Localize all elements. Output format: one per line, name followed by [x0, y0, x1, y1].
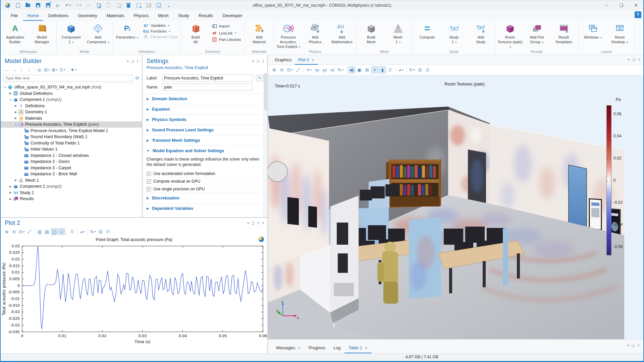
parameters-button[interactable]: PᵢParameters ▾: [114, 21, 140, 49]
tree-node[interactable]: ▶Global Definitions: [1, 90, 142, 97]
paste-icon[interactable]: [104, 1, 113, 9]
livelink-button[interactable]: ⇄LiveLink▾: [210, 30, 242, 36]
tab-messages[interactable]: Messages✕: [272, 343, 305, 353]
view-xz-icon[interactable]: xz: [329, 66, 336, 73]
undo-icon[interactable]: ↶▾: [64, 1, 72, 9]
menu-mesh[interactable]: Mesh: [154, 11, 173, 21]
tree-expander-icon[interactable]: ▶: [13, 117, 18, 120]
tree-node[interactable]: Impedance 1 - Closed windows: [1, 153, 142, 159]
name-field[interactable]: [162, 83, 253, 90]
pin-panel-icon[interactable]: ↧: [638, 58, 641, 61]
float-panel-icon[interactable]: ❑: [251, 221, 254, 225]
panel-menu-icon[interactable]: ▾: [253, 59, 254, 63]
move-down-icon[interactable]: ↓: [25, 66, 32, 73]
pin-panel-icon[interactable]: ↧: [262, 59, 265, 63]
checkbox[interactable]: ✓: [147, 172, 151, 176]
scene-light-icon[interactable]: ▣: [356, 66, 363, 73]
checkbox[interactable]: ✓: [147, 187, 151, 191]
annotation-icon[interactable]: 🗩: [58, 228, 65, 235]
zoom-out-icon[interactable]: ⊖: [11, 228, 17, 235]
tree-node[interactable]: ▶Materials: [1, 115, 142, 122]
zoom-in-icon[interactable]: ⊕: [3, 228, 10, 235]
settings-scrollbar[interactable]: [263, 73, 267, 217]
sound-icon[interactable]: ◀): [348, 66, 355, 73]
float-panel-icon[interactable]: ❑: [131, 59, 134, 63]
close-panel-icon[interactable]: ✕: [262, 221, 265, 225]
grid-icon[interactable]: ⊞: [364, 66, 371, 73]
menu-home[interactable]: Home: [23, 11, 43, 21]
back-icon[interactable]: ←: [3, 66, 10, 73]
build-all-button[interactable]: BuildAll: [182, 21, 209, 49]
float-panel-icon[interactable]: ❑: [632, 344, 635, 347]
find-icon[interactable]: [154, 1, 163, 9]
rename-icon[interactable]: ✎: [256, 75, 263, 81]
zoom-extents-icon[interactable]: ⤢: [26, 228, 33, 235]
tree-filter-input[interactable]: [3, 75, 133, 81]
update-plot-icon[interactable]: ↻▾: [408, 66, 416, 73]
tree-node[interactable]: ▶Component 2(comp2): [1, 183, 142, 190]
tree-node[interactable]: DContinuity of Total Fields 1: [1, 140, 142, 146]
tree-node[interactable]: Impedance 2 - Doors: [1, 159, 142, 165]
settings-section-physics-symbols[interactable]: ▶Physics Symbols: [143, 114, 267, 125]
acoustics-button[interactable]: Pressure Acoustics,Time Explicit ▾: [275, 21, 302, 49]
forward-icon[interactable]: →: [11, 66, 17, 73]
settings-section-model-equation-and-solver-settings[interactable]: ▼Model Equation and Solver Settings: [143, 145, 267, 156]
tree-expander-icon[interactable]: ▼: [13, 123, 18, 126]
comsol-logo[interactable]: [3, 1, 12, 9]
menu-physics[interactable]: Physics: [129, 11, 153, 21]
compute-button[interactable]: =Compute: [414, 21, 440, 49]
tree-expander-icon[interactable]: ▶: [13, 104, 18, 107]
open-file-icon[interactable]: [23, 1, 32, 9]
redo-icon[interactable]: ↷▾: [74, 1, 83, 9]
tree-expander-icon[interactable]: ▶: [8, 191, 13, 194]
add-component-button[interactable]: AddComponent ▾: [85, 21, 111, 49]
part-libraries-button[interactable]: Part Libraries: [210, 37, 242, 43]
pin-panel-icon[interactable]: ↧: [257, 221, 259, 225]
lock-axes-icon[interactable]: ⚿: [69, 228, 75, 235]
clear-selection-icon[interactable]: [144, 1, 153, 9]
zoom-extents-icon[interactable]: ⤢: [294, 66, 302, 73]
tree-node[interactable]: ▶Results: [1, 196, 142, 202]
move-up-icon[interactable]: ↑: [18, 66, 25, 73]
room-textures-button[interactable]: RoomTextures (pate) ▾: [497, 21, 523, 49]
import-button[interactable]: Import: [210, 23, 242, 29]
tree-node[interactable]: DSound Hard Boundary (Wall) 1: [1, 134, 142, 140]
tab-plot-3[interactable]: Plot 3✕: [295, 56, 318, 65]
color-theme-icon[interactable]: ◕▾: [397, 66, 405, 73]
settings-section-transient-mesh-settings[interactable]: ▶Transient Mesh Settings: [143, 135, 267, 145]
menu-developer[interactable]: Developer: [218, 11, 246, 21]
panel-menu-icon[interactable]: ▾: [127, 59, 129, 63]
result-templates-button[interactable]: ResultTemplates: [551, 21, 577, 49]
menu-materials[interactable]: Materials: [102, 11, 128, 21]
rotate-icon[interactable]: ↻▾: [337, 66, 344, 73]
pin-panel-icon[interactable]: ↧: [137, 59, 139, 63]
tree-node[interactable]: DPressure Acoustics, Time Explicit Model…: [1, 128, 142, 134]
mesh-button[interactable]: Mesh1 ▾: [385, 21, 411, 49]
zoom-out-icon[interactable]: ⊖: [278, 66, 285, 73]
duplicate-icon[interactable]: [114, 1, 123, 9]
comsol-logo-icon[interactable]: [259, 237, 264, 242]
windows-button[interactable]: Windows ▾: [580, 21, 606, 49]
new-file-icon[interactable]: [13, 1, 22, 9]
tree-node[interactable]: ▼office_space_63_30T0_N4_ma_out.mph(root…: [1, 84, 142, 90]
show-axes-icon[interactable]: ✛: [371, 66, 378, 73]
save-as-icon[interactable]: [44, 1, 52, 9]
tree-node[interactable]: ▼Component 1(comp1): [1, 97, 142, 103]
menu-definitions[interactable]: Definitions: [44, 11, 73, 21]
tree-expander-icon[interactable]: ▶: [8, 185, 13, 188]
menu-study[interactable]: Study: [174, 11, 193, 21]
tree-node[interactable]: ▶Mesh 1: [1, 177, 142, 184]
variables-button[interactable]: a=Variables▾: [142, 23, 179, 28]
float-panel-icon[interactable]: ❑: [257, 59, 260, 63]
panel-menu-icon[interactable]: ▾: [628, 58, 630, 61]
show-icon[interactable]: ◎: [36, 66, 43, 73]
zoom-box-icon[interactable]: ⊡▾: [286, 66, 294, 73]
toolbar-overflow-icon[interactable]: ⌄: [164, 1, 173, 9]
tree-node[interactable]: ▶≡Definitions: [1, 103, 142, 109]
tree-expander-icon[interactable]: ▶: [8, 197, 13, 200]
model-manager-button[interactable]: ModelManager: [29, 21, 55, 49]
x-grid-icon[interactable]: ▥: [36, 228, 43, 235]
tree-expander-icon[interactable]: ▶: [8, 92, 13, 95]
panel-menu-icon[interactable]: ▾: [627, 344, 629, 347]
go-to-view-icon[interactable]: ✛▾: [305, 66, 313, 73]
